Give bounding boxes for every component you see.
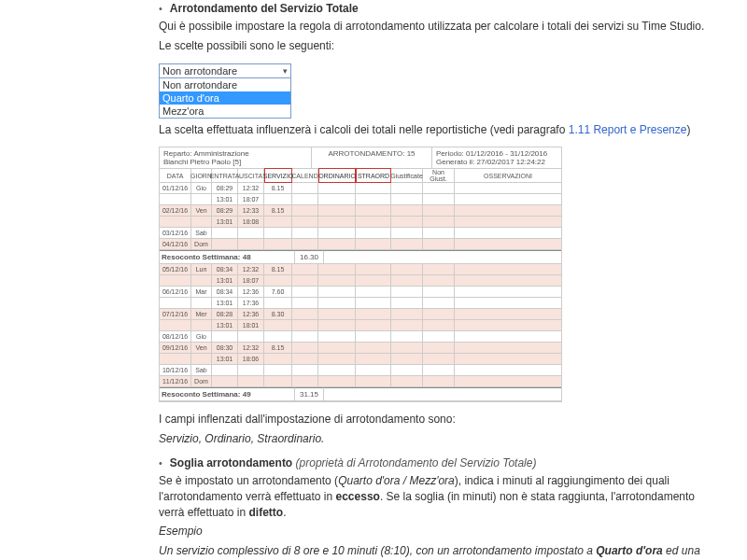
bullet-icon: • [159, 3, 162, 14]
table-row: 07/12/16Mer08:2812:368.30 [160, 309, 561, 320]
report-link[interactable]: 1.11 Report e Presenze [569, 123, 687, 136]
table-periodo: Periodo: 01/12/2016 - 31/12/2016 [436, 149, 557, 158]
dropdown-option-none[interactable]: Non arrotondare [160, 78, 290, 91]
section2-ex1: Un servizio complessivo di 8 ore e 10 mi… [159, 543, 710, 560]
bullet-icon: • [159, 457, 162, 469]
rounding-dropdown[interactable]: Non arrotondare ▾ Non arrotondare Quarto… [159, 63, 291, 119]
note-pre: La scelta effettuata influenzerà i calco… [159, 123, 569, 136]
th-ordinario: ORDINARIO [318, 168, 356, 183]
section2-p1: Se è impostato un arrotondamento (Quarto… [159, 473, 710, 520]
dropdown-option-quarter[interactable]: Quarto d'ora [160, 91, 290, 105]
section1-intro2: Le scelte possibili sono le seguenti: [159, 38, 710, 54]
section1-title: Arrotondamento del Servizio Totale [170, 2, 359, 15]
table-row: 09/12/16Ven08:3012:328.15 [160, 343, 561, 354]
table-row: 13:0118:07 [160, 275, 561, 287]
section1-note: La scelta effettuata influenzerà i calco… [159, 122, 710, 138]
table-row: 04/12/16Dom [160, 239, 561, 250]
section2-esempio: Esempio [159, 524, 710, 539]
dropdown-option-half[interactable]: Mezz'ora [160, 105, 290, 118]
table-bianchi: Bianchi Pietro Paolo [5] [163, 158, 307, 166]
table-row: 13:0118:07 [160, 194, 561, 205]
summary1-label: Resoconto Settimana: 48 [160, 250, 295, 263]
th-nongiust: Non Giust. [423, 169, 455, 182]
table-summary-row: Resoconto Settimana: 49 31.15 [160, 387, 561, 401]
th-straord: STRAORD [356, 168, 391, 183]
summary2-label: Resoconto Settimana: 49 [160, 387, 295, 400]
th-entrata: ENTRATA [212, 169, 238, 182]
table-row: 11/12/16Dom [160, 376, 561, 387]
section1-intro1: Qui è possibile impostare la regola di a… [159, 19, 710, 35]
table-row: 08/12/16Gio [160, 331, 561, 343]
section2-title: Soglia arrotondamento [170, 456, 292, 469]
table-generato: Generato il: 27/02/2017 12:24:22 [436, 158, 557, 166]
report-table: Reparto: Amministrazione Bianchi Pietro … [159, 147, 562, 402]
th-calend: CALEND [292, 169, 318, 182]
fields-intro: I campi inflenzati dall'impostazione di … [159, 412, 710, 427]
summary2-val: 31.15 [295, 387, 324, 400]
th-servizio: SERVIZIO [264, 168, 292, 183]
summary1-val: 16.30 [295, 250, 324, 263]
table-row: 13:0118:01 [160, 320, 561, 331]
section-heading-row: • Arrotondamento del Servizio Totale [159, 2, 710, 15]
th-uscita: USCITA [238, 169, 264, 182]
table-summary-row: Resoconto Settimana: 48 16.30 [160, 250, 561, 264]
table-row: 01/12/16Gio08:2912:328.15 [160, 183, 561, 194]
table-column-headers: DATA GIORN ENTRATA USCITA SERVIZIO CALEN… [160, 169, 561, 183]
th-oss: OSSERVAZIONI [455, 169, 561, 182]
fields-list: Servizio, Ordinario, Straordinario. [159, 431, 710, 447]
table-row: 06/12/16Mar08:3412:367.60 [160, 287, 561, 298]
table-row: 05/12/16Lun08:3412:328.15 [160, 264, 561, 275]
table-row: 03/12/16Sab [160, 228, 561, 239]
th-data: DATA [160, 169, 191, 182]
dropdown-header[interactable]: Non arrotondare ▾ [160, 64, 290, 78]
table-row: 13:0118:06 [160, 354, 561, 365]
table-arr: ARROTONDAMENTO: 15 [312, 147, 432, 168]
chevron-down-icon: ▾ [283, 66, 288, 76]
table-row: 13:0118:08 [160, 217, 561, 228]
table-row: 13:0117:36 [160, 298, 561, 309]
th-giust: Giustificate [391, 169, 423, 182]
note-post: ) [686, 123, 690, 136]
table-header-meta: Reparto: Amministrazione Bianchi Pietro … [160, 147, 561, 169]
dropdown-selected: Non arrotondare [162, 65, 237, 77]
section2-prop: (proprietà di Arrotondamento del Servizi… [296, 456, 537, 469]
th-giorn: GIORN [191, 169, 212, 182]
table-row: 10/12/16Sab [160, 365, 561, 376]
table-row: 02/12/16Ven08:2912:338.15 [160, 205, 561, 217]
section2-heading-row: • Soglia arrotondamento (proprietà di Ar… [159, 456, 710, 469]
table-reparto: Reparto: Amministrazione [163, 149, 307, 158]
